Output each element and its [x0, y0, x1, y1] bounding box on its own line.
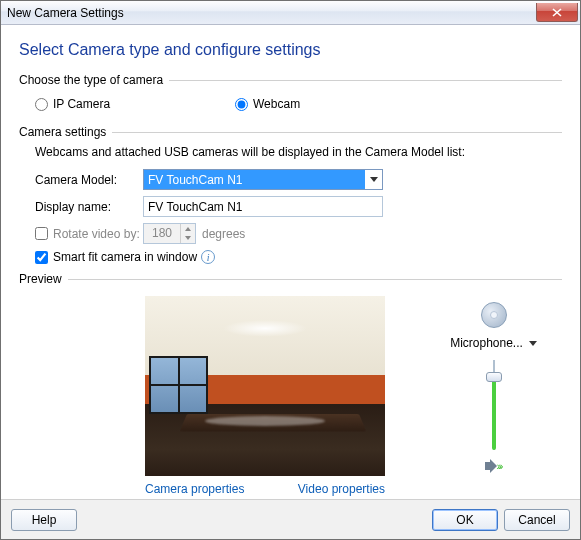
label-degrees: degrees	[202, 227, 245, 241]
slider-thumb[interactable]	[486, 372, 502, 382]
rotate-checkbox[interactable]	[35, 227, 48, 240]
group-label-preview: Preview	[19, 272, 62, 286]
chevron-down-icon[interactable]	[529, 341, 537, 346]
link-camera-properties[interactable]: Camera properties	[145, 482, 244, 496]
radio-webcam[interactable]: Webcam	[235, 97, 435, 111]
label-camera-model: Camera Model:	[35, 173, 143, 187]
radio-webcam-input[interactable]	[235, 98, 248, 111]
label-rotate: Rotate video by:	[53, 227, 143, 241]
group-preview: Preview Camera properties Video properti…	[19, 272, 562, 496]
radio-webcam-label: Webcam	[253, 97, 300, 111]
spinner-up[interactable]	[181, 224, 195, 233]
link-video-properties[interactable]: Video properties	[298, 482, 385, 496]
dialog-content: Select Camera type and configure setting…	[1, 25, 580, 499]
spinner-down[interactable]	[181, 233, 195, 242]
group-label-camera-type: Choose the type of camera	[19, 73, 163, 87]
smartfit-checkbox[interactable]	[35, 251, 48, 264]
group-camera-type: Choose the type of camera IP Camera Webc…	[19, 73, 562, 117]
group-label-camera-settings: Camera settings	[19, 125, 106, 139]
rotate-degrees-value: 180	[144, 224, 180, 243]
chevron-down-icon[interactable]	[365, 170, 382, 189]
display-name-input[interactable]	[143, 196, 383, 217]
dialog-window: New Camera Settings Select Camera type a…	[0, 0, 581, 540]
divider	[112, 132, 562, 133]
camera-preview	[145, 296, 385, 476]
radio-ip-camera-input[interactable]	[35, 98, 48, 111]
microphone-dropdown[interactable]: Microphone...	[450, 336, 537, 350]
help-button[interactable]: Help	[11, 509, 77, 531]
camera-model-dropdown[interactable]: FV TouchCam N1	[143, 169, 383, 190]
info-icon[interactable]: i	[201, 250, 215, 264]
label-smartfit: Smart fit camera in window	[53, 250, 197, 264]
window-title: New Camera Settings	[7, 6, 536, 20]
speaker-icon[interactable]: ›››	[485, 458, 503, 474]
ok-button[interactable]: OK	[432, 509, 498, 531]
radio-ip-camera-label: IP Camera	[53, 97, 110, 111]
rotate-degrees-spinner[interactable]: 180	[143, 223, 196, 244]
camera-model-value: FV TouchCam N1	[144, 170, 365, 189]
radio-ip-camera[interactable]: IP Camera	[35, 97, 235, 111]
gear-icon[interactable]	[481, 302, 507, 328]
page-heading: Select Camera type and configure setting…	[19, 41, 562, 59]
close-icon	[552, 8, 562, 17]
cancel-button[interactable]: Cancel	[504, 509, 570, 531]
close-button[interactable]	[536, 3, 578, 22]
microphone-volume-slider[interactable]	[483, 360, 505, 450]
dialog-footer: Help OK Cancel	[1, 499, 580, 539]
group-camera-settings: Camera settings Webcams and attached USB…	[19, 125, 562, 264]
label-display-name: Display name:	[35, 200, 143, 214]
titlebar: New Camera Settings	[1, 1, 580, 25]
microphone-label: Microphone...	[450, 336, 523, 350]
settings-hint: Webcams and attached USB cameras will be…	[35, 145, 562, 159]
divider	[169, 80, 562, 81]
divider	[68, 279, 562, 280]
